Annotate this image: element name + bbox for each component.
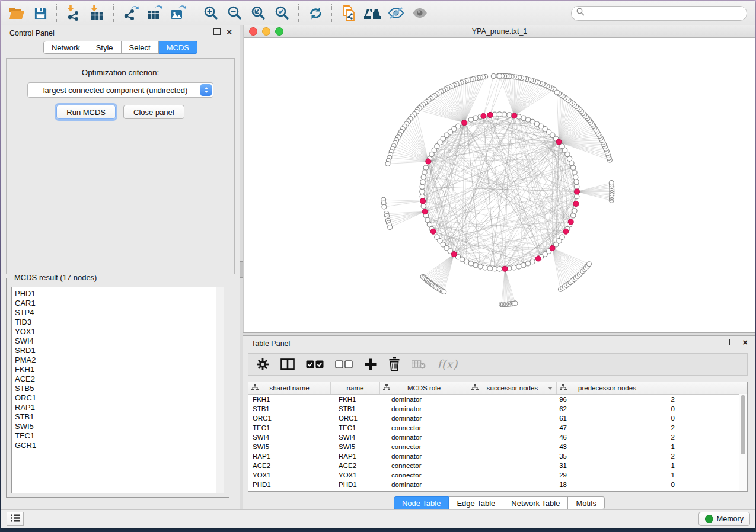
network-window-titlebar[interactable]: YPA_prune.txt_1 [244,25,755,38]
table-scrollbar[interactable] [739,394,747,491]
memory-status-icon [705,515,713,523]
export-image-button[interactable] [166,3,190,23]
result-node-item[interactable]: YOX1 [15,327,224,336]
cell-predecessor-nodes: 0 [574,481,682,488]
delete-table-button [412,360,426,369]
delete-column-button[interactable] [388,357,400,371]
result-node-item[interactable]: RAP1 [15,403,224,412]
deselect-all-rows-button[interactable] [335,360,353,368]
tab-node-table[interactable]: Node Table [394,496,449,509]
float-panel-icon[interactable] [729,339,736,345]
zoom-selected-button[interactable] [270,3,294,23]
column-header-successor-nodes[interactable]: successor nodes [468,382,557,394]
add-column-button[interactable] [364,358,377,371]
table-row[interactable]: YOX1YOX1connector291 [248,470,747,480]
column-header-predecessor-nodes[interactable]: predecessor nodes [557,382,658,394]
zoom-in-button[interactable] [199,3,223,23]
zoom-out-button[interactable] [223,3,247,23]
table-row[interactable]: ORC1ORC1dominator610 [248,414,747,423]
close-panel-button[interactable]: Close panel [123,105,184,119]
cell-name: SWI4 [334,434,387,441]
network-canvas[interactable] [244,38,755,332]
table-row[interactable]: SWI4SWI4dominator462 [248,432,747,442]
table-row[interactable]: RAP1RAP1dominator352 [248,451,747,461]
eye-slash-icon [388,7,404,20]
open-session-button[interactable] [5,3,28,23]
table-row[interactable]: STB1STB1dominator620 [248,404,747,414]
import-network-button[interactable] [62,3,85,23]
result-node-item[interactable]: STB5 [15,384,224,393]
result-node-item[interactable]: STP4 [15,308,224,318]
memory-button[interactable]: Memory [698,512,750,526]
save-session-button[interactable] [28,3,52,23]
table-row[interactable]: TEC1TEC1connector472 [248,423,747,432]
export-table-icon [146,5,162,21]
find-binoculars-button[interactable] [361,3,384,23]
optimization-criterion-select[interactable]: largest connected component (undirected) [27,82,213,98]
close-panel-icon[interactable]: × [227,28,232,35]
column-header-mcds-role[interactable]: MCDS role [380,382,468,394]
cell-predecessor-nodes: 2 [574,453,682,460]
control-panel-title: Control Panel [9,29,55,37]
search-field[interactable] [571,6,747,21]
split-panel-button[interactable] [280,358,295,370]
eye-icon [412,7,428,19]
tab-edge-table[interactable]: Edge Table [449,496,503,509]
result-node-item[interactable]: STB1 [15,412,224,422]
table-settings-button[interactable] [256,358,269,371]
tab-network-table[interactable]: Network Table [503,496,568,509]
table-row[interactable]: ACE2ACE2connector311 [248,461,747,470]
result-node-item[interactable]: ORC1 [15,393,224,403]
column-header-name[interactable]: name [331,382,380,394]
sort-desc-icon [548,387,553,390]
table-panel-tabs: Node TableEdge TableNetwork TableMotifs [243,496,755,509]
result-node-item[interactable]: ACE2 [15,374,224,384]
mcds-result-box: MCDS result (17 nodes) PHD1CAR1STP4TID3Y… [6,278,229,498]
table-panel-titlebar: Table Panel × [243,336,755,351]
application-window: Control Panel × NetworkStyleSelectMCDS O… [1,1,755,528]
tab-mcds[interactable]: MCDS [159,41,197,54]
node-table-header: shared namenameMCDS rolesuccessor nodesp… [248,382,747,395]
close-panel-icon[interactable]: × [742,339,748,345]
result-node-item[interactable]: CAR1 [15,299,224,308]
binoculars-icon [363,7,381,20]
tab-select[interactable]: Select [122,41,159,54]
result-node-item[interactable]: GCR1 [15,441,224,450]
tab-network[interactable]: Network [43,41,88,54]
import-table-button[interactable] [85,3,109,23]
result-node-item[interactable]: TID3 [15,318,224,327]
tab-style[interactable]: Style [88,41,122,54]
result-node-item[interactable]: SRD1 [15,346,224,355]
mcds-result-list[interactable]: PHD1CAR1STP4TID3YOX1SWI4SRD1PMA2FKH1ACE2… [11,287,224,493]
table-row[interactable]: FKH1FKH1dominator962 [248,395,747,404]
export-network-button[interactable] [119,3,142,23]
table-row[interactable]: PHD1PHD1dominator180 [248,480,747,489]
float-panel-icon[interactable] [213,28,221,35]
panel-list-button[interactable] [7,512,24,526]
result-list-scrollbar[interactable] [216,287,224,493]
vertical-splitter[interactable] [240,25,243,509]
column-header-shared-name[interactable]: shared name [248,382,331,394]
hide-selected-button[interactable] [384,3,408,23]
zoom-fit-button[interactable] [247,3,270,23]
open-folder-icon [9,7,25,20]
result-node-item[interactable]: PMA2 [15,355,224,365]
run-mcds-button[interactable]: Run MCDS [56,105,116,119]
table-scrollbar-thumb[interactable] [741,395,745,454]
search-input[interactable] [588,7,741,19]
table-row[interactable]: SWI5SWI5connector431 [248,442,747,451]
apply-layout-button[interactable] [304,3,327,23]
duplicate-network-button[interactable] [337,3,361,23]
select-all-rows-button[interactable] [306,360,324,368]
result-node-item[interactable]: FKH1 [15,365,224,374]
export-image-icon [170,5,186,21]
splitter-grip[interactable] [240,261,243,278]
result-node-item[interactable]: SWI5 [15,422,224,431]
result-node-item[interactable]: TEC1 [15,431,224,441]
result-node-item[interactable]: PHD1 [15,289,224,299]
export-table-button[interactable] [142,3,166,23]
result-node-item[interactable]: SWI4 [15,336,224,346]
cell-shared-name: PHD1 [248,481,334,488]
tab-motifs[interactable]: Motifs [568,496,605,509]
show-all-button[interactable] [408,3,432,23]
